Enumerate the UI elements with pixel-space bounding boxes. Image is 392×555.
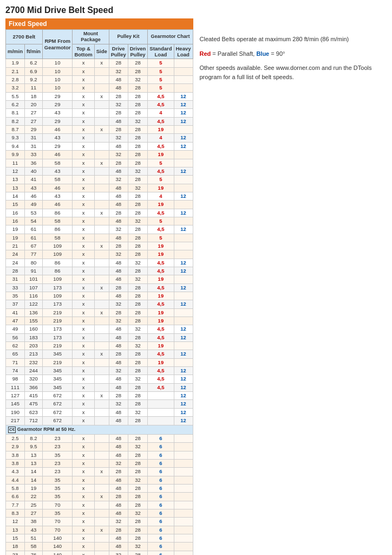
table-row: 31101109x483219	[6, 275, 193, 283]
driven-pulley-header: Driven Pulley	[128, 44, 148, 59]
rpm-col-header: RPM From Gearmotor	[42, 30, 73, 59]
table-row: 9.93346x322819	[6, 151, 193, 159]
table-row: 2167109xx282819	[6, 242, 193, 250]
mount-top-header: Top & Bottom	[73, 44, 94, 59]
heavy-load-header: Heavy Load	[174, 44, 193, 59]
info-line1: Cleated Belts operate at maximum 280 ft/…	[200, 35, 387, 44]
table-row: 4.41435x48326	[6, 476, 193, 484]
table-row: 3.81323x32286	[6, 459, 193, 467]
table-row: 144643x4828412	[6, 192, 193, 200]
blue-label: Blue	[256, 50, 269, 57]
table-row: 5.81935x48286	[6, 484, 193, 492]
table-row: 35116109x482819	[6, 292, 193, 300]
table-row: 196158x48285	[6, 234, 193, 242]
standard-load-header: Standard Load	[148, 44, 174, 59]
table-row: 7.72570x48286	[6, 501, 193, 509]
table-row: 4.31423xx28286	[6, 468, 193, 476]
table-row: 8.32735x48326	[6, 509, 193, 517]
table-row: 123870x32286	[6, 518, 193, 526]
info-panel: Cleated Belts operate at maximum 280 ft/…	[200, 18, 387, 87]
info-line2-end: = 90°	[271, 50, 285, 57]
table-row: 289186x48284,512	[6, 267, 193, 275]
ftmin-header: ft/min	[24, 44, 42, 59]
table-row: 8.72946xx282819	[6, 126, 193, 134]
table-row: 8.12743x2828412	[6, 109, 193, 117]
table-row: 71232219x482819	[6, 358, 193, 366]
speed-table: 2700 Belt RPM From Gearmotor Mount Packa…	[5, 29, 193, 555]
table-row: 2376140x32286	[6, 551, 193, 555]
table-row: 3.21110x48285	[6, 84, 193, 92]
page-title: 2700 Mid Drive Belt Speed	[5, 5, 387, 15]
table-row: 2.58.223x48286	[6, 434, 193, 442]
table-row: 2.16.910x32285	[6, 67, 193, 75]
pulley-col-header: Pulley Kit	[109, 30, 148, 44]
table-row: 47155219x322819	[6, 317, 193, 325]
table-row: 154946x482819	[6, 201, 193, 209]
table-row: 165458x48325	[6, 217, 193, 225]
table-row: 134158x32285	[6, 176, 193, 184]
table-row: 111366345x48284,512	[6, 383, 193, 391]
ce-divider-row: C€ Gearmotor RPM at 50 Hz.	[6, 425, 193, 434]
table-row: 9.33143x3228412	[6, 134, 193, 142]
table-row: 3.81335x48286	[6, 451, 193, 459]
table-row: 165386xx28284,512	[6, 209, 193, 217]
drive-pulley-header: Drive Pulley	[109, 44, 128, 59]
table-row: 1858140x48326	[6, 543, 193, 551]
table-row: 41136219xx282819	[6, 308, 193, 317]
table-row: 248086x48324,512	[6, 259, 193, 267]
table-row: 145475672x322812	[6, 400, 193, 408]
table-row: 98320345x48324,512	[6, 375, 193, 383]
table-row: 6.62235xx28286	[6, 493, 193, 501]
table-row: 217712672x482812	[6, 417, 193, 425]
table-row: 124043x48324,512	[6, 167, 193, 175]
table-row: 65213345xx28284,512	[6, 350, 193, 358]
table-row: 6.22029x32284,512	[6, 101, 193, 109]
gearmotor-col-header: Gearmotor Chart	[148, 30, 193, 44]
mmin-header: m/min	[6, 44, 25, 59]
fixed-speed-header: Fixed Speed	[5, 18, 193, 29]
table-row: 8.22729x48324,512	[6, 117, 193, 125]
table-row: 5.51829xx28284,512	[6, 92, 193, 100]
table-row: 190623672x483212	[6, 408, 193, 416]
table-row: 127415672xx282812	[6, 392, 193, 400]
table-row: 56183173x48284,512	[6, 333, 193, 341]
table-row: 2.99.523x48326	[6, 443, 193, 451]
table-row: 1551140x48286	[6, 534, 193, 543]
belt-col-header: 2700 Belt	[6, 30, 43, 44]
table-row: 37122173x32284,512	[6, 300, 193, 308]
red-label: Red	[200, 50, 211, 57]
table-row: 196186x32284,512	[6, 225, 193, 234]
main-layout: Fixed Speed 2700 Belt RPM From Gearmotor…	[5, 18, 387, 555]
table-row: 9.43129x48284,512	[6, 142, 193, 150]
table-row: 113658xx28285	[6, 159, 193, 167]
table-row: 74244345x32284,512	[6, 367, 193, 375]
table-row: 134346x483219	[6, 184, 193, 192]
table-container: Fixed Speed 2700 Belt RPM From Gearmotor…	[5, 18, 193, 555]
table-row: 33107173xx28284,512	[6, 283, 193, 292]
mount-side-header: Side	[94, 44, 109, 59]
mount-col-header: Mount Package	[73, 30, 109, 44]
table-row: 2477109x322819	[6, 250, 193, 259]
info-line2: Red = Parallel Shaft, Blue = 90°	[200, 49, 387, 59]
table-row: 62203219x483219	[6, 342, 193, 350]
info-line2-mid: = Parallel Shaft,	[212, 50, 256, 57]
table-row: 49160173x48324,512	[6, 325, 193, 333]
table-row: 1.96.210xx28285	[6, 59, 193, 67]
table-row: 2.89.210x48325	[6, 76, 193, 84]
info-line3: Other speeds available. See www.dorner.c…	[200, 63, 387, 81]
table-row: 134370xx28286	[6, 526, 193, 534]
